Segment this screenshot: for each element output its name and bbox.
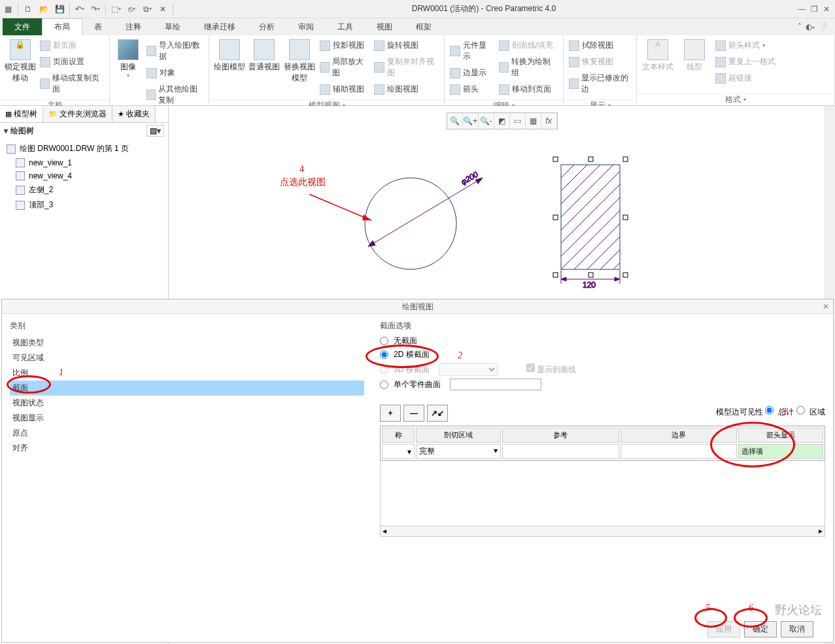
title-bar: ▦ 🗋 📂 💾 ↶▾ ↷▾ ⬚▾ ⎋▾ ⧉▾ ✕ DRW0001 (活动的) -… bbox=[0, 0, 835, 18]
tree-item[interactable]: 左侧_2 bbox=[29, 184, 53, 195]
general-view-button[interactable]: 普通视图 bbox=[247, 38, 282, 74]
object-button[interactable]: 对象 bbox=[144, 65, 206, 80]
minimize-icon[interactable]: — bbox=[798, 5, 806, 14]
windows-icon[interactable]: ⧉▾ bbox=[140, 2, 154, 16]
cat-origin[interactable]: 原点 bbox=[10, 426, 364, 441]
radio-2d-section[interactable] bbox=[380, 350, 388, 359]
help-icon[interactable]: ❔ bbox=[819, 22, 828, 31]
arrows-button[interactable]: 箭头 bbox=[447, 82, 496, 97]
hyperlink-button[interactable]: 超链接 bbox=[713, 71, 778, 86]
edge-display-button[interactable]: 边显示 bbox=[447, 65, 496, 80]
copy-from-drawing-button[interactable]: 从其他绘图复制 bbox=[144, 82, 206, 108]
select-icon[interactable]: ⬚▾ bbox=[109, 2, 123, 16]
tab-favorites[interactable]: ★ 收藏夹 bbox=[112, 106, 156, 122]
radio-single-part[interactable] bbox=[380, 381, 388, 389]
rotate-view-button[interactable]: 旋转视图 bbox=[371, 38, 441, 53]
line-style-button[interactable]: 线型 bbox=[676, 38, 713, 74]
radio-vis-total[interactable] bbox=[765, 406, 774, 415]
convert-draft-button[interactable]: 转换为绘制组 bbox=[496, 54, 560, 80]
resume-view-button[interactable]: 恢复视图 bbox=[566, 54, 634, 69]
tab-file[interactable]: 文件 bbox=[3, 18, 42, 35]
tab-tools[interactable]: 工具 bbox=[326, 18, 365, 35]
dialog-close-button[interactable]: ✕ bbox=[823, 299, 829, 314]
cat-section[interactable]: 截面 bbox=[10, 381, 364, 396]
tab-frame[interactable]: 框架 bbox=[404, 18, 443, 35]
tree-item[interactable]: new_view_1 bbox=[29, 158, 72, 167]
aux-view-button[interactable]: 辅助视图 bbox=[317, 82, 372, 97]
app-icon: ▦ bbox=[1, 2, 15, 16]
undo-icon[interactable]: ↶▾ bbox=[73, 2, 87, 16]
flip-section-button[interactable]: ↗↙ bbox=[427, 405, 448, 422]
maximize-icon[interactable]: ❐ bbox=[811, 5, 818, 14]
show-modified-button[interactable]: 显示已修改的边 bbox=[566, 71, 634, 97]
category-label: 类别 bbox=[10, 320, 364, 331]
image-button[interactable]: 图像▾ bbox=[112, 38, 144, 80]
text-style-button[interactable]: A文本样式 bbox=[639, 38, 676, 74]
cat-view-display[interactable]: 视图显示 bbox=[10, 411, 364, 426]
detail-view-button[interactable]: 局部放大图 bbox=[317, 54, 372, 80]
regen-icon[interactable]: ⎋▾ bbox=[124, 2, 139, 16]
remove-section-button[interactable]: — bbox=[403, 405, 424, 422]
tab-view[interactable]: 视图 bbox=[365, 18, 404, 35]
new-page-button[interactable]: 新页面 bbox=[37, 38, 107, 53]
ok-button[interactable]: 确定 bbox=[744, 621, 777, 637]
lock-view-button[interactable]: 🔒锁定视图 移动 bbox=[3, 38, 37, 85]
tree-item[interactable]: new_view_4 bbox=[29, 171, 72, 180]
tab-annotate[interactable]: 注释 bbox=[114, 18, 153, 35]
tab-table[interactable]: 表 bbox=[82, 18, 114, 35]
cat-visible-area[interactable]: 可见区域 bbox=[10, 350, 364, 365]
page-setup-button[interactable]: 页面设置 bbox=[37, 54, 107, 69]
arrow-display-cell[interactable]: 选择项 bbox=[738, 444, 823, 459]
tab-model-tree[interactable]: ▦ 模型树 bbox=[0, 106, 43, 122]
cat-align[interactable]: 对齐 bbox=[10, 441, 364, 456]
save-icon[interactable]: 💾 bbox=[52, 2, 67, 16]
move-copy-page-button[interactable]: 移动或复制页面 bbox=[37, 71, 107, 97]
collapse-ribbon-icon[interactable]: ˄ bbox=[798, 22, 802, 31]
add-section-button[interactable]: + bbox=[380, 405, 401, 422]
drawing-tree-header: 绘图树 bbox=[10, 126, 34, 137]
comp-display-button[interactable]: 元件显示 bbox=[447, 38, 496, 64]
svg-rect-33 bbox=[588, 273, 593, 277]
single-part-input[interactable] bbox=[450, 379, 541, 390]
drawing-view-button[interactable]: 绘图视图 bbox=[371, 82, 441, 97]
hatch-fill-button[interactable]: 剖面线/填充 bbox=[496, 38, 560, 53]
open-icon[interactable]: 📂 bbox=[37, 2, 51, 16]
copy-align-button[interactable]: 复制并对齐视图 bbox=[371, 54, 441, 80]
radio-3d-section bbox=[380, 365, 388, 374]
annotation-text: 点选此视图 bbox=[280, 177, 326, 187]
tab-layout[interactable]: 布局 bbox=[42, 18, 82, 35]
tab-review[interactable]: 审阅 bbox=[286, 18, 326, 35]
annotation-number-3: 3 bbox=[782, 407, 787, 417]
watermark: 野火论坛 bbox=[775, 602, 822, 618]
projection-view-button[interactable]: 投影视图 bbox=[317, 38, 372, 53]
svg-rect-30 bbox=[553, 215, 558, 220]
redo-icon[interactable]: ↷▾ bbox=[88, 2, 103, 16]
replace-view-button[interactable]: 替换视图 模型 bbox=[282, 38, 317, 85]
radio-vis-area[interactable] bbox=[796, 406, 805, 415]
svg-rect-27 bbox=[553, 157, 558, 161]
cat-view-state[interactable]: 视图状态 bbox=[10, 396, 364, 411]
erase-view-button[interactable]: 拭除视图 bbox=[566, 38, 634, 53]
tree-root[interactable]: 绘图 DRW0001.DRW 的第 1 页 bbox=[20, 143, 129, 154]
settings-icon[interactable]: ◐▾ bbox=[806, 22, 815, 31]
tab-analysis[interactable]: 分析 bbox=[247, 18, 286, 35]
apply-button[interactable]: 应用 bbox=[707, 621, 740, 637]
tree-item[interactable]: 顶部_3 bbox=[29, 199, 53, 211]
arrow-style-button[interactable]: 箭头样式▾ bbox=[713, 38, 778, 53]
table-row[interactable]: ▾ 完整▾ 选择项 bbox=[382, 444, 823, 459]
cat-view-type[interactable]: 视图类型 bbox=[10, 335, 364, 350]
close-win-icon[interactable]: ✕ bbox=[156, 2, 170, 16]
repeat-format-button[interactable]: 重复上一格式 bbox=[713, 54, 778, 69]
move-to-page-button[interactable]: 移动到页面 bbox=[496, 82, 560, 97]
import-drawing-button[interactable]: 导入绘图/数据 bbox=[144, 38, 206, 64]
drawing-view-dialog: 绘图视图✕ 类别 视图类型 可见区域 比例 截面 视图状态 视图显示 原点 对齐… bbox=[1, 299, 834, 643]
radio-no-section[interactable] bbox=[380, 337, 388, 345]
tab-inherit[interactable]: 继承迁移 bbox=[192, 18, 247, 35]
close-icon[interactable]: ✕ bbox=[823, 5, 830, 14]
new-icon[interactable]: 🗋 bbox=[21, 2, 35, 16]
cancel-button[interactable]: 取消 bbox=[781, 621, 813, 637]
drawing-model-button[interactable]: 绘图模型 bbox=[212, 38, 247, 74]
tab-sketch[interactable]: 草绘 bbox=[153, 18, 192, 35]
svg-line-1 bbox=[368, 178, 483, 246]
tab-folder-browser[interactable]: 📁 文件夹浏览器 bbox=[43, 106, 112, 122]
